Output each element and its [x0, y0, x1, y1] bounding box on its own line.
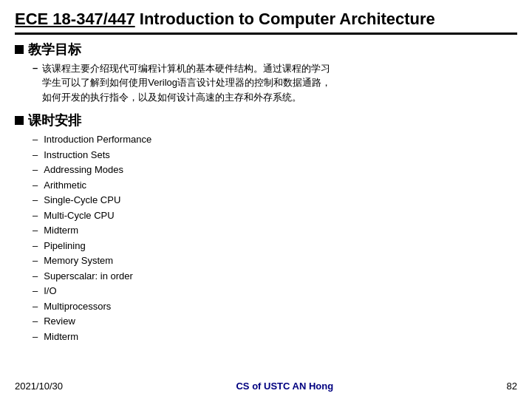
list-item: –Multiprocessors [33, 299, 517, 314]
section-objectives-header: 教学目标 [15, 41, 517, 58]
section-schedule-header: 课时安排 [15, 112, 517, 129]
list-dash-icon: – [33, 314, 38, 329]
list-dash-icon: – [33, 148, 38, 163]
page-title: ECE 18-347/447 Introduction to Computer … [15, 9, 517, 30]
list-item-label: Pipelining [44, 239, 85, 253]
list-item: –Introduction Performance [33, 132, 517, 147]
list-item: –Midterm [33, 330, 517, 344]
list-dash-icon: – [33, 299, 38, 314]
desc-line1: 该课程主要介绍现代可编程计算机的基本硬件结构。通过课程的学习 [42, 63, 330, 74]
list-item-label: Superscalar: in order [44, 269, 133, 284]
list-item: –Single-Cycle CPU [33, 193, 517, 208]
list-item: –Review [33, 314, 517, 329]
section-objectives: 教学目标 – 该课程主要介绍现代可编程计算机的基本硬件结构。通过课程的学习 学生… [15, 41, 517, 105]
bullet-icon-2 [15, 116, 24, 125]
list-item: –Multi-Cycle CPU [33, 208, 517, 223]
list-item: –Arithmetic [33, 178, 517, 193]
list-item-label: Review [44, 314, 75, 329]
page: ECE 18-347/447 Introduction to Computer … [0, 0, 532, 399]
list-item-label: Arithmetic [44, 178, 86, 193]
footer-center: CS of USTC AN Hong [236, 381, 333, 392]
section-objectives-label: 教学目标 [28, 41, 81, 58]
list-item-label: Multi-Cycle CPU [44, 208, 114, 223]
dash-icon: – [33, 61, 38, 75]
list-dash-icon: – [33, 330, 38, 344]
list-item-label: Multiprocessors [44, 299, 111, 314]
title-underline: ECE 18-347/447 [15, 10, 135, 28]
section-schedule-label: 课时安排 [28, 112, 81, 129]
footer-page: 82 [507, 381, 517, 392]
list-item-label: Midterm [44, 223, 78, 238]
list-dash-icon: – [33, 269, 38, 284]
list-dash-icon: – [33, 178, 38, 193]
bullet-icon [15, 45, 24, 54]
list-item-label: Instruction Sets [44, 148, 110, 163]
desc-line2: 学生可以了解到如何使用Verilog语言设计处理器的控制和数据通路， [42, 77, 331, 88]
list-dash-icon: – [33, 284, 38, 299]
list-item-label: Memory System [44, 253, 113, 268]
list-dash-icon: – [33, 253, 38, 268]
section-objectives-body: – 该课程主要介绍现代可编程计算机的基本硬件结构。通过课程的学习 学生可以了解到… [33, 61, 517, 105]
list-dash-icon: – [33, 239, 38, 253]
header: ECE 18-347/447 Introduction to Computer … [15, 9, 517, 35]
list-dash-icon: – [33, 132, 38, 147]
list-item-label: Addressing Modes [44, 163, 123, 177]
section-schedule: 课时安排 –Introduction Performance–Instructi… [15, 112, 517, 344]
schedule-list: –Introduction Performance–Instruction Se… [33, 132, 517, 344]
list-dash-icon: – [33, 208, 38, 223]
section-schedule-body: –Introduction Performance–Instruction Se… [33, 132, 517, 344]
list-dash-icon: – [33, 163, 38, 177]
title-rest: Introduction to Computer Architecture [135, 10, 435, 28]
list-item: –Memory System [33, 253, 517, 268]
footer-date: 2021/10/30 [15, 381, 63, 392]
list-item: –I/O [33, 284, 517, 299]
objectives-dash-item: – 该课程主要介绍现代可编程计算机的基本硬件结构。通过课程的学习 学生可以了解到… [33, 61, 517, 105]
list-item: –Instruction Sets [33, 148, 517, 163]
footer: 2021/10/30 CS of USTC AN Hong 82 [15, 376, 517, 392]
list-item-label: Midterm [44, 330, 78, 344]
list-item-label: Introduction Performance [44, 132, 151, 147]
list-dash-icon: – [33, 193, 38, 208]
list-item-label: Single-Cycle CPU [44, 193, 120, 208]
main-content: 教学目标 – 该课程主要介绍现代可编程计算机的基本硬件结构。通过课程的学习 学生… [15, 41, 517, 377]
desc-line3: 如何开发的执行指令，以及如何设计高速的主存和外存系统。 [42, 92, 301, 103]
list-item: –Pipelining [33, 239, 517, 253]
list-item: –Midterm [33, 223, 517, 238]
list-item: –Addressing Modes [33, 163, 517, 177]
list-item-label: I/O [44, 284, 56, 299]
list-item: –Superscalar: in order [33, 269, 517, 284]
objectives-description: 该课程主要介绍现代可编程计算机的基本硬件结构。通过课程的学习 学生可以了解到如何… [42, 61, 331, 105]
list-dash-icon: – [33, 223, 38, 238]
